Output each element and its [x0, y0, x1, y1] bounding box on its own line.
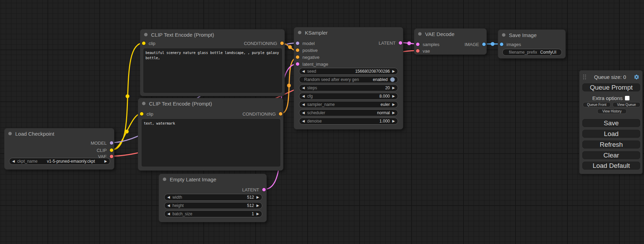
- node-empty-latent-image[interactable]: Empty Latent Image LATENT ◀ width 512 ▶ …: [159, 174, 267, 222]
- save-button[interactable]: Save: [582, 119, 640, 127]
- node-clip-text-encode-negative[interactable]: CLIP Text Encode (Prompt) clip CONDITION…: [138, 98, 283, 171]
- port-input-vae[interactable]: vae: [416, 48, 430, 54]
- widget-sampler-name[interactable]: ◀ sampler_name euler ▶: [299, 101, 398, 108]
- widget-width[interactable]: ◀ width 512 ▶: [164, 194, 262, 201]
- decrement-icon[interactable]: ◀: [302, 86, 305, 90]
- node-ksampler[interactable]: KSampler model positive negative latent_…: [294, 27, 403, 129]
- port-output-conditioning[interactable]: CONDITIONING: [244, 40, 284, 46]
- collapse-dot-icon[interactable]: [142, 102, 145, 105]
- collapse-dot-icon[interactable]: [298, 31, 301, 34]
- decrement-icon[interactable]: ◀: [167, 196, 170, 199]
- clip-port-icon[interactable]: [142, 42, 145, 45]
- port-input-samples[interactable]: samples: [416, 42, 439, 47]
- image-port-icon[interactable]: [482, 43, 486, 46]
- queue-front-button[interactable]: Queue Front: [583, 102, 611, 107]
- clear-button[interactable]: Clear: [582, 151, 640, 159]
- increment-icon[interactable]: ▶: [104, 160, 107, 163]
- model-port-icon[interactable]: [110, 141, 113, 145]
- decrement-icon[interactable]: ◀: [302, 94, 305, 98]
- collapse-dot-icon[interactable]: [8, 132, 12, 135]
- conditioning-port-icon[interactable]: [296, 48, 299, 52]
- image-port-icon[interactable]: [500, 43, 503, 46]
- port-output-conditioning[interactable]: CONDITIONING: [242, 111, 282, 117]
- conditioning-port-icon[interactable]: [296, 55, 299, 59]
- port-output-latent[interactable]: LATENT: [242, 187, 266, 192]
- widget-random-seed-toggle[interactable]: Random seed after every gen enabled: [299, 76, 398, 83]
- queue-prompt-button[interactable]: Queue Prompt: [582, 83, 640, 91]
- settings-gear-icon[interactable]: [634, 74, 639, 80]
- latent-port-icon[interactable]: [296, 62, 299, 66]
- widget-label: sampler_name: [307, 102, 335, 107]
- view-queue-button[interactable]: View Queue: [612, 102, 641, 107]
- port-input-negative[interactable]: negative: [296, 54, 319, 60]
- model-port-icon[interactable]: [296, 42, 299, 45]
- latent-port-icon[interactable]: [399, 41, 402, 45]
- conditioning-port-icon[interactable]: [279, 112, 282, 116]
- port-input-positive[interactable]: positive: [296, 47, 318, 53]
- decrement-icon[interactable]: ◀: [302, 119, 305, 123]
- port-label: images: [506, 42, 521, 47]
- positive-prompt-textarea[interactable]: beautiful scenery nature glass bottle la…: [143, 48, 282, 93]
- port-output-model[interactable]: MODEL: [91, 140, 113, 146]
- widget-steps[interactable]: ◀ steps 20 ▶: [299, 84, 398, 91]
- widget-filename-prefix[interactable]: filename_prefix ComfyUI: [502, 49, 562, 56]
- increment-icon[interactable]: ▶: [256, 196, 259, 199]
- drag-handle-icon[interactable]: [583, 74, 586, 80]
- increment-icon[interactable]: ▶: [256, 204, 259, 207]
- extra-options-checkbox[interactable]: [625, 96, 629, 100]
- port-output-image[interactable]: IMAGE: [465, 42, 486, 47]
- decrement-icon[interactable]: ◀: [302, 70, 305, 73]
- increment-icon[interactable]: ▶: [392, 94, 395, 98]
- widget-seed[interactable]: ◀ seed 156680208700286 ▶: [299, 68, 398, 75]
- decrement-icon[interactable]: ◀: [12, 160, 15, 163]
- collapse-dot-icon[interactable]: [418, 32, 422, 36]
- increment-icon[interactable]: ▶: [392, 86, 395, 90]
- collapse-dot-icon[interactable]: [144, 33, 148, 36]
- increment-icon[interactable]: ▶: [256, 212, 259, 216]
- view-history-button[interactable]: View History: [597, 109, 627, 114]
- vae-port-icon[interactable]: [416, 49, 420, 53]
- clip-port-icon[interactable]: [140, 112, 143, 116]
- increment-icon[interactable]: ▶: [392, 119, 395, 123]
- conditioning-port-icon[interactable]: [280, 42, 284, 45]
- decrement-icon[interactable]: ◀: [302, 111, 305, 115]
- decrement-icon[interactable]: ◀: [302, 103, 305, 106]
- node-title: VAE Decode: [425, 31, 455, 37]
- load-default-button[interactable]: Load Default: [582, 162, 640, 170]
- load-button[interactable]: Load: [582, 130, 640, 138]
- increment-icon[interactable]: ▶: [392, 103, 395, 106]
- toggle-enabled-icon[interactable]: [390, 77, 395, 82]
- port-output-clip[interactable]: CLIP: [97, 147, 113, 153]
- widget-batch-size[interactable]: ◀ batch_size 1 ▶: [164, 210, 262, 217]
- widget-height[interactable]: ◀ height 512 ▶: [164, 202, 262, 209]
- negative-prompt-textarea[interactable]: text, watermark: [142, 119, 280, 166]
- node-save-image[interactable]: Save Image images filename_prefix ComfyU…: [498, 29, 566, 58]
- increment-icon[interactable]: ▶: [392, 70, 395, 73]
- widget-denoise[interactable]: ◀ denoise 1.000 ▶: [299, 118, 398, 125]
- node-vae-decode[interactable]: VAE Decode samples vae IMAGE: [414, 28, 487, 55]
- node-graph-canvas[interactable]: Load Checkpoint MODEL CLIP VAE ◀ ckpt_na…: [0, 0, 644, 244]
- widget-scheduler[interactable]: ◀ scheduler normal ▶: [299, 109, 398, 116]
- latent-port-icon[interactable]: [416, 43, 420, 46]
- port-input-clip[interactable]: clip: [140, 111, 153, 117]
- widget-cfg[interactable]: ◀ cfg 8.000 ▶: [299, 93, 398, 100]
- widget-label: filename_prefix: [509, 50, 537, 55]
- collapse-dot-icon[interactable]: [502, 33, 505, 37]
- latent-port-icon[interactable]: [262, 188, 266, 191]
- increment-icon[interactable]: ▶: [392, 111, 395, 115]
- refresh-button[interactable]: Refresh: [582, 141, 640, 148]
- collapse-dot-icon[interactable]: [163, 178, 166, 181]
- port-input-latent-image[interactable]: latent_image: [296, 61, 328, 67]
- widget-ckpt-name[interactable]: ◀ ckpt_name v1-5-pruned-emaonly.ckpt ▶: [9, 158, 110, 165]
- widget-value: ComfyUI: [540, 50, 556, 55]
- port-input-model[interactable]: model: [296, 40, 315, 46]
- port-input-images[interactable]: images: [500, 42, 521, 47]
- node-clip-text-encode-positive[interactable]: CLIP Text Encode (Prompt) clip CONDITION…: [140, 29, 285, 96]
- port-input-clip[interactable]: clip: [142, 40, 156, 46]
- decrement-icon[interactable]: ◀: [167, 204, 170, 207]
- decrement-icon[interactable]: ◀: [167, 212, 170, 216]
- port-output-latent[interactable]: LATENT: [379, 40, 402, 46]
- node-load-checkpoint[interactable]: Load Checkpoint MODEL CLIP VAE ◀ ckpt_na…: [4, 128, 114, 170]
- vae-port-icon[interactable]: [110, 155, 113, 158]
- clip-port-icon[interactable]: [110, 148, 113, 152]
